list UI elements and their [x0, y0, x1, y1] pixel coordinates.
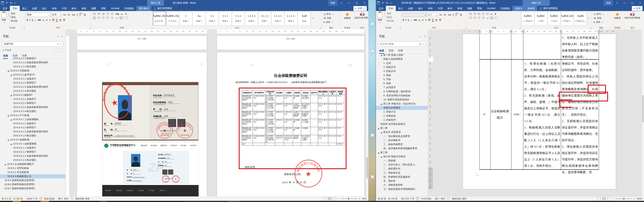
subscript-icon[interactable]: x₂ [42, 19, 44, 22]
expand-arrow[interactable] [7, 139, 9, 141]
nav-item[interactable]: 3. 评标程序 [376, 118, 428, 122]
nav-close-icon[interactable]: × [62, 35, 63, 38]
expand-arrow[interactable] [4, 164, 6, 165]
enclose-char-icon[interactable]: 字 [439, 19, 442, 22]
nav-item[interactable]: 10.6.3.3.1.2 铭牌照片 [0, 81, 65, 85]
nav-item[interactable]: 8. 纪律和监督（诚信要求） [376, 90, 428, 94]
zoom-out-button[interactable]: − [338, 197, 339, 200]
tab-绘图[interactable]: 绘图 [406, 6, 416, 11]
proofing-icon[interactable] [416, 197, 419, 200]
tab-帮助[interactable]: 帮助 [98, 6, 108, 11]
cut-button[interactable]: 剪切 [384, 12, 394, 15]
style-↵_Style 8[interactable]: AaBbC↵_Style 8 [522, 12, 534, 25]
nav-collapse-icon[interactable] [57, 36, 59, 37]
increase-indent-icon[interactable] [111, 13, 114, 15]
read-mode-icon[interactable] [323, 197, 326, 200]
bullets-icon[interactable] [469, 13, 472, 15]
nav-item[interactable]: 4. 投标 [376, 73, 428, 77]
tab-文件[interactable]: 文件 [376, 6, 386, 11]
phonetic-icon[interactable]: wén文 [79, 13, 82, 17]
font-size-combobox[interactable]: 五号 [51, 13, 61, 17]
styles-dialog-launcher[interactable] [590, 27, 591, 29]
numbering-icon[interactable] [474, 13, 476, 15]
page-indicator[interactable]: 第 58 页，共 128 页 [376, 197, 399, 200]
font-size-combobox[interactable]: 小二 [427, 13, 437, 17]
undo-icon[interactable]: ↶ [382, 2, 384, 5]
tab-绘图[interactable]: 绘图 [30, 6, 40, 11]
nav-item[interactable]: 三、投标保证金 [376, 171, 428, 175]
addin-icon[interactable] [616, 13, 619, 16]
tab-表设计[interactable]: 表设计 [512, 6, 525, 11]
nav-item[interactable]: 2. 评审标准 [376, 114, 428, 118]
cell-requirement[interactable]: 资格证书、劳动合同、社保证明扫描件，原件备查。1、投标人需提供持证人员的社保证明… [562, 60, 598, 175]
align-center-icon[interactable] [474, 17, 476, 19]
horizontal-ruler[interactable]: 6422468101214161820222426303234363840424… [434, 29, 642, 34]
cell-score[interactable]: 4.00 [511, 59, 523, 169]
nav-item[interactable]: 10.6.3.3.2.3 设备采购发票扫描件 [0, 105, 65, 109]
expand-arrow[interactable] [10, 95, 12, 96]
clear-format-icon[interactable]: A̷ [452, 13, 454, 16]
subscript-icon[interactable]: x₂ [418, 19, 420, 22]
nav-item[interactable]: 第六章 投标文件格式 [376, 155, 428, 159]
nav-item[interactable]: 10.6.4.3 检验检测人员 [0, 174, 65, 178]
superscript-icon[interactable]: x² [422, 19, 424, 22]
italic-icon[interactable]: I [406, 19, 406, 22]
vertical-scrollbar[interactable] [366, 29, 368, 196]
cut-button[interactable]: 剪切 [8, 12, 18, 15]
replace-button[interactable]: ab替换 [324, 17, 338, 20]
expand-arrow[interactable] [380, 55, 382, 56]
desktop-icon[interactable]: Acr [370, 49, 375, 54]
nav-item[interactable]: 10.6.3.3 无损检测 [0, 69, 65, 73]
nav-item[interactable]: 9. 是否采用电子招标投标 [376, 94, 428, 98]
style-标题 6[interactable]: 1.1.1.1标题 6 [245, 12, 258, 25]
sort-icon[interactable]: A↓ [121, 13, 123, 15]
asian-layout-icon[interactable]: X↹ [116, 13, 119, 15]
align-left-icon[interactable] [469, 17, 472, 19]
decrease-indent-icon[interactable] [106, 13, 109, 15]
nav-item[interactable]: 10.6.3.5.1.3 设备采购发票扫描件 [0, 154, 65, 158]
strikethrough-icon[interactable]: abc [414, 19, 417, 22]
clipboard-dialog-launcher[interactable] [23, 27, 24, 29]
nav-item[interactable]: 10.6.4 企业检验检测能力 [0, 162, 65, 166]
tab-设计[interactable]: 设计 [40, 6, 49, 11]
track-changes-indicator[interactable]: 修订: 关闭 [56, 197, 70, 200]
previous-result-button[interactable] [54, 48, 58, 52]
nav-item[interactable]: 10.6.3.5.1.4 检定报告 [0, 158, 65, 162]
ribbon-display-options-icon[interactable]: ⌅ [337, 0, 345, 6]
vertical-scrollbar[interactable] [642, 29, 644, 196]
close-button[interactable]: × [636, 0, 644, 6]
clear-search-icon[interactable]: × [57, 43, 58, 45]
select-button[interactable]: 选择 [324, 21, 338, 24]
font-name-combobox[interactable] [402, 13, 426, 17]
change-case-icon[interactable]: Aa [72, 13, 75, 16]
tell-me-search[interactable]: 操作说明搜索 [154, 6, 172, 11]
restore-button[interactable]: ▢ [628, 0, 636, 6]
find-button[interactable]: 查找 [324, 13, 338, 16]
print-layout-icon[interactable] [602, 197, 606, 200]
site-link-考试平台[interactable]: 考试平台 [160, 190, 165, 191]
style-标题 4[interactable]: 1.1.1标题 4 [219, 12, 232, 25]
nav-item[interactable]: 第五章 供货要求 [376, 130, 428, 134]
expand-arrow[interactable] [7, 70, 9, 72]
justify-icon[interactable] [482, 17, 484, 19]
tab-图片格式[interactable]: 图片格式 [136, 6, 151, 11]
multilevel-list-icon[interactable] [478, 13, 480, 15]
nav-collapse-icon[interactable] [420, 36, 421, 37]
site-link-考试须知[interactable]: 考试须知 [150, 144, 157, 147]
nav-item[interactable]: 7. 合同授予 [376, 86, 428, 90]
tab-视图[interactable]: 视图 [465, 6, 475, 11]
nav-item[interactable]: 二、授权委托书 [376, 167, 428, 171]
signin-button[interactable]: 登录 [604, 0, 613, 6]
style-↵Deed_S...[interactable]: AaBb↵Deed_S... [574, 12, 587, 25]
justify-icon[interactable] [106, 17, 109, 19]
underline-icon[interactable]: U [408, 19, 410, 22]
search-icon[interactable] [419, 43, 421, 45]
char-border-icon[interactable]: A [460, 14, 462, 16]
table-column-marker[interactable] [489, 30, 492, 33]
site-link-新闻资讯[interactable]: 新闻资讯 [127, 190, 133, 191]
track-changes-indicator[interactable]: 修订: 关闭 [433, 197, 446, 200]
underline-icon[interactable]: U [32, 19, 34, 22]
style-↵1正文[interactable]: AaBbC↵1正文 [548, 12, 560, 25]
shading-icon[interactable]: A [435, 19, 438, 22]
nav-item[interactable]: 10.6.3.3.2.1 设备照片 [0, 97, 65, 101]
